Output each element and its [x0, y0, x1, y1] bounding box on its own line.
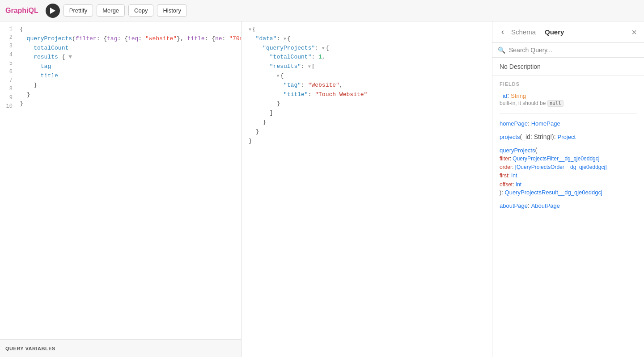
schema-tab[interactable]: Schema	[508, 26, 539, 38]
field-name-id[interactable]: _id	[500, 92, 507, 99]
fields-label: FIELDS	[500, 81, 637, 87]
app-title: GraphiQL	[5, 7, 38, 15]
right-panel-header: ‹ Schema Query ×	[492, 21, 644, 43]
back-button[interactable]: ‹	[500, 26, 506, 38]
field-type-projects[interactable]: Project	[558, 134, 576, 140]
field-name-homepage[interactable]: homePage	[500, 120, 528, 127]
query-tab[interactable]: Query	[541, 26, 568, 38]
search-icon: 🔍	[498, 46, 505, 54]
no-description: No Description	[492, 58, 644, 76]
field-type-id[interactable]: String	[511, 92, 526, 99]
result-pane: ▼{ "data": ▼{ "queryProjects": ▼{ "total…	[242, 21, 492, 357]
query-variables-bar[interactable]: QUERY VARIABLES	[0, 339, 241, 357]
copy-button[interactable]: Copy	[128, 4, 153, 17]
field-args-queryprojects: filter: QueryProjectsFilter__dg_qje0eddg…	[500, 155, 637, 189]
field-name-aboutpage[interactable]: aboutPage	[500, 202, 528, 209]
return-type-queryprojects: ): QueryProjectsResult__dg_qje0eddgcj	[500, 189, 637, 196]
line-numbers: 1 2 3 4 5 6 7 8 9 10	[0, 25, 16, 336]
field-item-queryprojects: queryProjects( filter: QueryProjectsFilt…	[500, 147, 637, 196]
prettify-button[interactable]: Prettify	[64, 4, 93, 17]
merge-button[interactable]: Merge	[97, 4, 125, 17]
fields-section: FIELDS _id: String built-in, it should b…	[492, 76, 644, 357]
field-name-projects[interactable]: projects	[500, 134, 520, 140]
field-type-aboutpage[interactable]: AboutPage	[531, 202, 560, 209]
field-name-queryprojects[interactable]: queryProjects	[500, 147, 535, 154]
svg-marker-0	[50, 8, 55, 14]
field-type-homepage[interactable]: HomePage	[531, 120, 560, 127]
field-item-projects: projects(_id: String!): Project	[500, 133, 637, 140]
toolbar: GraphiQL Prettify Merge Copy History	[0, 0, 644, 21]
field-item-homepage: homePage: HomePage	[500, 120, 637, 127]
search-input[interactable]	[509, 46, 639, 54]
panel-tabs: ‹ Schema Query	[500, 26, 568, 38]
field-item-id: _id: String built-in, it should be null	[500, 92, 637, 107]
null-badge: null	[547, 100, 564, 107]
query-editor[interactable]: 1 2 3 4 5 6 7 8 9 10 { queryProjects(fil…	[0, 21, 241, 339]
right-panel: ‹ Schema Query × 🔍 No Description FIELDS…	[492, 21, 644, 357]
query-code[interactable]: { queryProjects(filter: {tag: {ieq: "web…	[16, 25, 241, 336]
field-item-aboutpage: aboutPage: AboutPage	[500, 202, 637, 209]
close-button[interactable]: ×	[631, 28, 637, 37]
history-button[interactable]: History	[157, 4, 186, 17]
field-desc-id: built-in, it should be null	[500, 100, 637, 107]
query-editor-pane: 1 2 3 4 5 6 7 8 9 10 { queryProjects(fil…	[0, 21, 242, 357]
run-button[interactable]	[46, 4, 60, 18]
result-code: ▼{ "data": ▼{ "queryProjects": ▼{ "total…	[242, 21, 492, 149]
search-box: 🔍	[492, 43, 644, 58]
main-content: 1 2 3 4 5 6 7 8 9 10 { queryProjects(fil…	[0, 21, 644, 357]
